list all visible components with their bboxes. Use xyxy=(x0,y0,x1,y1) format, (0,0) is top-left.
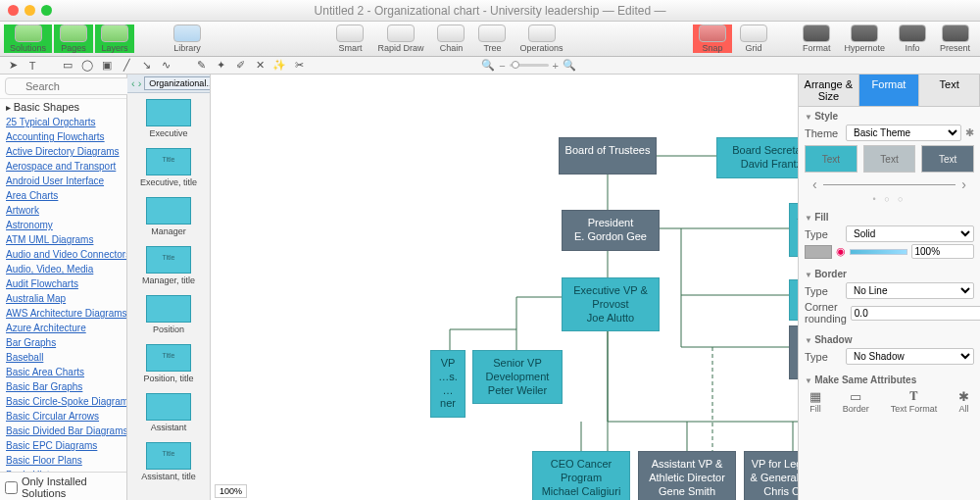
shape-thumbnail[interactable] xyxy=(146,442,191,470)
shape-list-item[interactable]: Audio, Video, Media xyxy=(0,262,126,276)
style-section-header[interactable]: Style xyxy=(805,111,974,122)
prev-tab-icon[interactable]: ‹ xyxy=(131,77,135,89)
style-page-dots[interactable]: • ○ ○ xyxy=(805,194,974,204)
pencil-tool-icon[interactable]: ✐ xyxy=(233,59,247,73)
toolbar-pages[interactable]: Pages xyxy=(54,25,93,53)
toolbar-snap[interactable]: Snap xyxy=(693,25,732,53)
prev-line-style-icon[interactable]: ‹ xyxy=(812,176,817,192)
zoom-slider[interactable] xyxy=(510,64,549,67)
shape-list-item[interactable]: 25 Typical Orgcharts xyxy=(0,115,126,129)
org-node-president[interactable]: PresidentE. Gordon Gee xyxy=(562,210,660,251)
make-same-fill[interactable]: ▦Fill xyxy=(809,389,821,414)
toolbar-format[interactable]: Format xyxy=(797,25,837,53)
zoom-icon[interactable] xyxy=(41,5,52,16)
toolbar-present[interactable]: Present xyxy=(934,25,976,53)
tab-text[interactable]: Text xyxy=(919,75,980,106)
shape-list-item[interactable]: Australia Map xyxy=(0,291,126,306)
org-node-vp_trunc[interactable]: VP …s.…ner xyxy=(430,350,466,418)
style-swatch-slate[interactable]: Text xyxy=(921,145,974,173)
shape-list-item[interactable]: Basic Area Charts xyxy=(0,365,126,379)
next-tab-icon[interactable]: › xyxy=(138,77,142,89)
close-icon[interactable] xyxy=(8,5,19,16)
textbox-tool-icon[interactable]: ▣ xyxy=(100,59,114,73)
shape-list-item[interactable]: Audio and Video Connectors xyxy=(0,247,126,262)
border-section-header[interactable]: Border xyxy=(805,269,974,279)
toolbar-layers[interactable]: Layers xyxy=(95,25,134,53)
corner-rounding-field[interactable] xyxy=(851,306,980,321)
toolbar-smart[interactable]: Smart xyxy=(330,25,369,53)
line-tool-icon[interactable]: ╱ xyxy=(120,59,133,73)
shape-thumbnail[interactable] xyxy=(146,99,191,126)
org-node-board[interactable]: Board of Trustees xyxy=(559,137,657,175)
only-installed-checkbox[interactable]: Only Installed Solutions xyxy=(0,472,126,500)
shape-list-item[interactable]: Basic Circular Arrows xyxy=(0,409,126,424)
shape-thumbnail[interactable] xyxy=(146,197,191,225)
org-node-secretary[interactable]: Board SecretaryDavid Frantz xyxy=(716,137,799,178)
shape-list-item[interactable]: Area Charts xyxy=(0,188,126,203)
toolbar-chain[interactable]: Chain xyxy=(431,25,470,53)
fill-section-header[interactable]: Fill xyxy=(805,212,974,223)
wand-tool-icon[interactable]: ✨ xyxy=(272,59,286,73)
zoom-in-icon[interactable]: 🔍 xyxy=(563,59,576,72)
minimize-icon[interactable] xyxy=(24,5,35,16)
shape-list-item[interactable]: Android User Interface xyxy=(0,174,126,188)
tab-arrange[interactable]: Arrange & Size xyxy=(799,75,859,106)
style-swatch-teal[interactable]: Text xyxy=(805,145,858,173)
shape-list-item[interactable]: Active Directory Diagrams xyxy=(0,144,126,159)
shape-tab-select[interactable]: Organizational... xyxy=(144,76,211,90)
fill-type-select[interactable]: Solid xyxy=(846,225,974,242)
make-same-all[interactable]: ✱All xyxy=(958,389,969,414)
org-node-svp_dev[interactable]: Senior VP DevelopmentPeter Weiler xyxy=(472,350,563,404)
shape-list[interactable]: ▸ Basic Shapes 25 Typical OrgchartsAccou… xyxy=(0,99,126,472)
rect-tool-icon[interactable]: ▭ xyxy=(61,59,74,73)
org-node-ath[interactable]: Assistant VP & Athletic DirectorGene Smi… xyxy=(638,451,736,500)
canvas[interactable]: 100% Board of TrusteesBoard SecretaryDav… xyxy=(211,75,799,500)
theme-select[interactable]: Basic Theme xyxy=(846,125,961,141)
zoom-out-icon[interactable]: 🔍 xyxy=(481,59,495,72)
shape-list-item[interactable]: Accounting Flowcharts xyxy=(0,129,126,144)
color-picker-icon[interactable]: ◉ xyxy=(836,245,846,258)
toolbar-hypernote[interactable]: Hypernote xyxy=(838,25,891,53)
fill-color-swatch[interactable] xyxy=(805,245,832,259)
shape-list-item[interactable]: AWS Architecture Diagrams xyxy=(0,306,126,321)
org-node-ceo[interactable]: CEO Cancer ProgramMichael Caligiuri xyxy=(532,451,630,500)
shape-list-item[interactable]: Basic Bar Graphs xyxy=(0,379,126,394)
shape-list-item[interactable]: Aerospace and Transport xyxy=(0,159,126,174)
org-node-counselor[interactable]: Counselor to the PresidentHerb Asher xyxy=(789,279,799,321)
shape-list-item[interactable]: Basic Divided Bar Diagrams xyxy=(0,424,126,438)
shape-category[interactable]: ▸ Basic Shapes xyxy=(0,99,126,115)
org-node-svp_special[interactable]: Senior VP & Special Assistant to the Pre… xyxy=(789,325,799,379)
connector-tool-icon[interactable]: ↘ xyxy=(139,59,153,73)
org-node-evp[interactable]: Executive VP & ProvostJoe Alutto xyxy=(562,277,660,331)
toolbar-solutions[interactable]: Solutions xyxy=(4,25,52,53)
shape-thumbnail[interactable] xyxy=(146,393,191,421)
pen-tool-icon[interactable]: ✎ xyxy=(194,59,208,73)
shape-list-item[interactable]: ATM UML Diagrams xyxy=(0,232,126,247)
fill-opacity-field[interactable] xyxy=(911,244,975,259)
shape-list-item[interactable]: Basic EPC Diagrams xyxy=(0,438,126,453)
text-tool-icon[interactable]: T xyxy=(25,59,39,73)
shape-list-item[interactable]: Basic Floor Plans xyxy=(0,453,126,468)
shape-list-item[interactable]: Audit Flowcharts xyxy=(0,276,126,291)
zoom-percent[interactable]: 100% xyxy=(215,484,247,498)
make-same-border[interactable]: ▭Border xyxy=(843,389,869,414)
knife-tool-icon[interactable]: ✂ xyxy=(292,59,306,73)
shape-list-item[interactable]: Azure Architecture xyxy=(0,321,126,335)
next-line-style-icon[interactable]: › xyxy=(961,176,966,192)
eraser-tool-icon[interactable]: ✕ xyxy=(253,59,267,73)
shape-list-item[interactable]: Artwork xyxy=(0,203,126,218)
shape-thumbnail[interactable] xyxy=(146,344,191,372)
ellipse-tool-icon[interactable]: ◯ xyxy=(80,59,94,73)
org-node-legal[interactable]: VP for Legal Affs. & General CouselChris… xyxy=(744,451,799,500)
make-same-section-header[interactable]: Make Same Attributes xyxy=(805,375,974,385)
shape-list-item[interactable]: Basic Circle-Spoke Diagrams xyxy=(0,394,126,409)
toolbar-info[interactable]: Info xyxy=(893,25,932,53)
only-installed-check[interactable] xyxy=(5,481,18,494)
border-type-select[interactable]: No Line xyxy=(846,282,974,299)
toolbar-rapiddraw[interactable]: Rapid Draw xyxy=(371,25,429,53)
shadow-section-header[interactable]: Shadow xyxy=(805,334,974,345)
pointer-tool-icon[interactable]: ➤ xyxy=(6,59,20,73)
tab-format[interactable]: Format xyxy=(859,75,920,106)
shape-thumbnail[interactable] xyxy=(146,246,191,274)
shape-tab-header[interactable]: ‹ › Organizational... xyxy=(127,75,210,93)
